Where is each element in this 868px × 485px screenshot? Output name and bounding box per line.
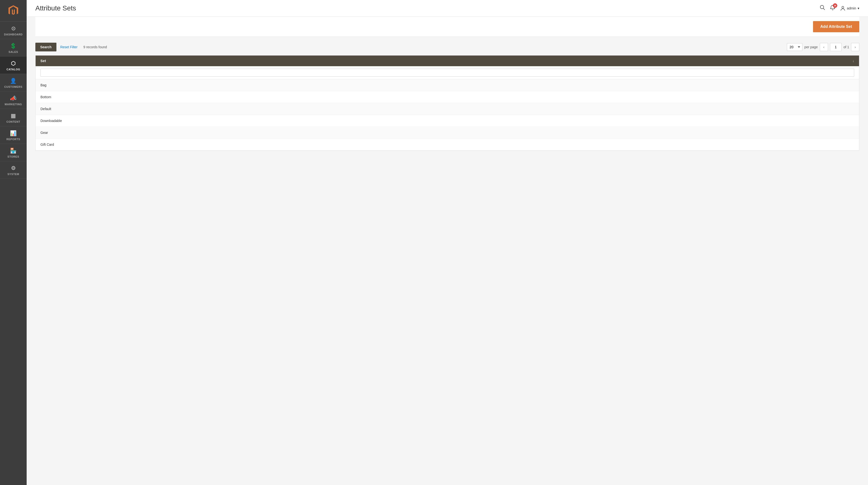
attribute-sets-table: Set ↓ Bag Bottom Default Downloadable Ge… [35, 55, 859, 151]
sidebar-item-content[interactable]: ▦ CONTENT [0, 109, 27, 126]
sidebar-item-system-label: SYSTEM [7, 173, 20, 176]
user-dropdown-icon: ▾ [858, 6, 859, 10]
row-set-name: Default [40, 107, 51, 111]
marketing-icon: 📣 [10, 95, 17, 102]
notification-count: 38 [833, 3, 837, 8]
global-search-button[interactable] [820, 5, 825, 12]
search-icon [820, 5, 825, 10]
dashboard-icon: ⊙ [11, 25, 16, 32]
search-button[interactable]: Search [35, 43, 56, 51]
sidebar-item-marketing[interactable]: 📣 MARKETING [0, 91, 27, 109]
table-row[interactable]: Downloadable [36, 115, 859, 127]
add-attribute-set-button[interactable]: Add Attribute Set [813, 21, 859, 32]
table-row[interactable]: Bottom [36, 91, 859, 103]
row-set-name: Downloadable [40, 119, 62, 123]
of-pages-label: of 1 [843, 45, 849, 49]
top-header: Attribute Sets 38 admin [27, 0, 868, 17]
logo [0, 0, 27, 22]
user-menu-button[interactable]: admin ▾ [840, 6, 859, 11]
row-set-name: Bag [40, 83, 46, 87]
sidebar-item-reports-label: REPORTS [6, 138, 20, 141]
sidebar-item-content-label: CONTENT [6, 120, 20, 123]
user-name-label: admin [847, 6, 856, 10]
row-set-name: Bottom [40, 95, 51, 99]
main-content: Attribute Sets 38 admin [27, 0, 868, 485]
per-page-selector: 20 30 50 100 200 per page [787, 43, 817, 51]
svg-point-2 [842, 6, 844, 8]
sidebar-item-sales[interactable]: 💲 SALES [0, 39, 27, 57]
action-bar: Add Attribute Set [35, 17, 859, 37]
page-number-input[interactable] [830, 43, 842, 51]
system-icon: ⚙ [11, 165, 16, 171]
row-set-name: Gift Card [40, 143, 54, 146]
next-page-button[interactable]: › [851, 43, 859, 51]
pagination-controls: 20 30 50 100 200 per page ‹ of 1 › [787, 43, 859, 51]
sidebar-item-dashboard[interactable]: ⊙ DASHBOARD [0, 22, 27, 39]
sidebar-item-system[interactable]: ⚙ SYSTEM [0, 161, 27, 179]
prev-page-button[interactable]: ‹ [820, 43, 828, 51]
catalog-icon: ⬡ [11, 60, 16, 67]
stores-icon: 🏪 [10, 148, 17, 154]
customers-icon: 👤 [10, 78, 17, 84]
header-actions: 38 admin ▾ [820, 5, 859, 12]
row-set-name: Gear [40, 131, 48, 135]
per-page-label: per page [804, 45, 817, 49]
table-header: Set ↓ [36, 56, 859, 66]
sidebar-item-reports[interactable]: 📊 REPORTS [0, 126, 27, 144]
set-filter-input[interactable] [40, 68, 854, 77]
page-title: Attribute Sets [35, 4, 76, 12]
per-page-dropdown[interactable]: 20 30 50 100 200 [787, 43, 802, 51]
notifications-button[interactable]: 38 [830, 5, 835, 12]
user-icon [840, 6, 845, 11]
chevron-right-icon: › [855, 45, 856, 49]
table-row[interactable]: Gear [36, 127, 859, 139]
magento-logo-icon [7, 4, 20, 17]
sidebar: ⊙ DASHBOARD 💲 SALES ⬡ CATALOG 👤 CUSTOMER… [0, 0, 27, 485]
sidebar-item-dashboard-label: DASHBOARD [4, 33, 23, 36]
reset-filter-button[interactable]: Reset Filter [60, 45, 78, 49]
sidebar-item-catalog[interactable]: ⬡ CATALOG [0, 57, 27, 74]
content-icon: ▦ [11, 113, 16, 119]
reports-icon: 📊 [10, 130, 17, 137]
sidebar-item-customers[interactable]: 👤 CUSTOMERS [0, 74, 27, 91]
table-row[interactable]: Bag [36, 79, 859, 91]
records-count: 9 records found [83, 45, 107, 49]
sort-icon[interactable]: ↓ [852, 59, 854, 63]
filter-bar: Search Reset Filter 9 records found 20 3… [35, 43, 859, 51]
table-row[interactable]: Gift Card [36, 139, 859, 150]
sidebar-item-customers-label: CUSTOMERS [4, 85, 22, 88]
chevron-left-icon: ‹ [823, 45, 825, 49]
sales-icon: 💲 [10, 43, 17, 49]
sidebar-item-stores[interactable]: 🏪 STORES [0, 144, 27, 161]
sidebar-item-catalog-label: CATALOG [6, 68, 20, 71]
sidebar-item-marketing-label: MARKETING [5, 103, 22, 106]
table-row[interactable]: Default [36, 103, 859, 115]
svg-line-1 [823, 8, 825, 10]
sidebar-item-stores-label: STORES [7, 155, 19, 158]
content-area: Add Attribute Set Search Reset Filter 9 … [27, 17, 868, 485]
table-filter-row [36, 66, 859, 79]
sidebar-item-sales-label: SALES [8, 51, 18, 53]
set-column-label: Set [40, 59, 46, 63]
